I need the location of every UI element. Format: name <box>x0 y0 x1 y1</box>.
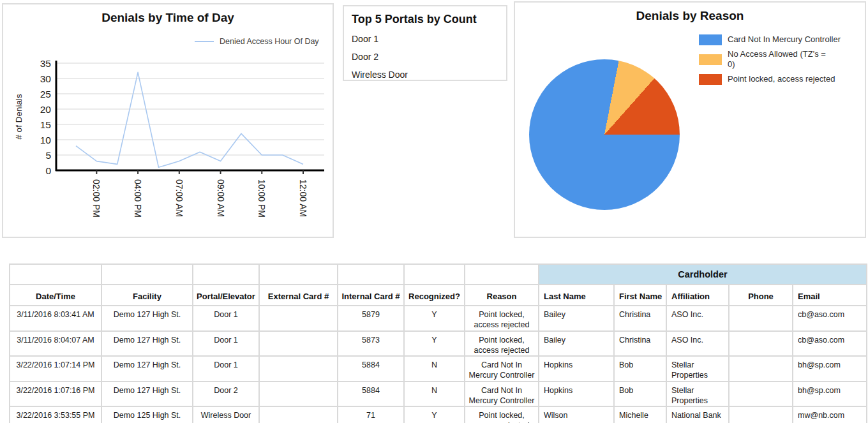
empty-group-cell <box>338 264 404 285</box>
portal-item: Door 1 <box>352 34 498 44</box>
table-cell: Bailey <box>539 331 614 357</box>
column-header: Email <box>793 285 867 306</box>
legend-swatch <box>699 54 722 65</box>
denials-dashboard: Denials by Time of Day Denied Access Hou… <box>0 0 868 423</box>
empty-group-cell <box>404 264 465 285</box>
column-header: Last Name <box>539 285 614 306</box>
y-tick-label: 30 <box>40 73 52 84</box>
table-group-row: Cardholder <box>10 264 867 285</box>
table-cell: Hopkins <box>539 356 614 382</box>
empty-group-cell <box>101 264 193 285</box>
table-cell: Hopkins <box>539 382 614 407</box>
line-chart-legend: Denied Access Hour Of Day <box>195 37 319 46</box>
x-tick-label: 07:00 AM <box>174 179 184 217</box>
table-cell: 3/22/2016 1:07:16 PM <box>10 382 101 407</box>
column-header: First Name <box>614 285 666 306</box>
table-cell: National Bank <box>666 406 729 423</box>
y-tick-label: 15 <box>40 119 51 130</box>
column-header: Phone <box>729 285 793 306</box>
empty-group-cell <box>259 264 338 285</box>
table-row: 3/22/2016 1:07:14 PMDemo 127 High St.Doo… <box>10 356 867 382</box>
table-cell <box>729 356 793 382</box>
column-header: Reason <box>465 285 539 306</box>
table-cell <box>259 306 338 331</box>
table-cell: Door 2 <box>193 382 259 407</box>
series-line <box>76 72 303 167</box>
table-cell: Point locked, access rejected <box>465 331 539 357</box>
table-cell: Bob <box>614 382 666 407</box>
portal-item: Door 2 <box>352 52 498 62</box>
table-cell: 3/11/2016 8:03:41 AM <box>10 306 101 331</box>
y-tick-label: 25 <box>40 89 51 100</box>
table-cell: Point locked, access rejected <box>465 306 539 331</box>
column-header: Internal Card # <box>338 285 404 306</box>
empty-group-cell <box>193 264 259 285</box>
table-cell: Christina <box>614 331 666 357</box>
table-cell: 3/11/2016 8:04:07 AM <box>10 331 101 357</box>
portal-item: Wireless Door <box>352 70 498 80</box>
table-row: 3/22/2016 1:07:16 PMDemo 127 High St.Doo… <box>10 382 867 407</box>
column-header: Portal/Elevator <box>193 285 259 306</box>
y-tick-label: 5 <box>45 150 51 161</box>
portal-list: Door 1Door 2Wireless Door <box>352 34 498 80</box>
denials-table-container: CardholderDate/TimeFacilityPortal/Elevat… <box>9 263 867 423</box>
table-cell: Michelle <box>614 406 666 423</box>
table-cell: 3/22/2016 1:07:14 PM <box>10 356 101 382</box>
table-cell: Christina <box>614 306 666 331</box>
pie-chart <box>529 59 680 210</box>
table-cell: 3/22/2016 3:53:55 PM <box>10 406 101 423</box>
table-cell: Bailey <box>539 306 614 331</box>
y-tick-label: 20 <box>40 104 52 115</box>
legend-series-label: Denied Access Hour Of Day <box>220 37 319 46</box>
table-cell: 5879 <box>338 306 404 331</box>
table-cell: 5884 <box>338 356 404 382</box>
table-cell: Bob <box>614 356 666 382</box>
x-tick-label: 04:00 PM <box>133 179 143 218</box>
legend-line-swatch <box>195 41 214 42</box>
pie-legend-label: No Access Allowed (TZ's =0) <box>728 49 826 70</box>
table-header-row: Date/TimeFacilityPortal/ElevatorExternal… <box>10 285 867 306</box>
table-cell: Stellar Properties <box>666 356 729 382</box>
table-cell: Card Not In Mercury Controller <box>465 356 539 382</box>
table-cell: N <box>404 382 465 407</box>
pie-legend-label: Point locked, access rejected <box>728 74 835 84</box>
line-chart: 0510152025303502:00 PM04:00 PM07:00 AM09… <box>3 47 333 238</box>
table-cell: mw@nb.com <box>793 406 867 423</box>
x-tick-label: 12:00 AM <box>298 179 308 217</box>
x-tick-label: 10:00 PM <box>257 179 267 218</box>
table-cell: Demo 127 High St. <box>101 331 193 357</box>
table-cell: Card Not In Mercury Controller <box>465 382 539 407</box>
table-cell: 5884 <box>338 382 404 407</box>
table-cell: Door 1 <box>193 306 259 331</box>
denials-by-reason-panel: Denials by Reason Card Not In Mercury Co… <box>514 1 866 238</box>
table-cell: Stellar Properties <box>666 382 729 407</box>
x-tick-label: 09:00 AM <box>216 179 226 217</box>
column-header: Facility <box>101 285 193 306</box>
table-cell: Door 1 <box>193 331 259 357</box>
table-cell: cb@aso.com <box>793 331 867 357</box>
x-tick-label: 02:00 PM <box>91 179 101 218</box>
table-cell: bh@sp.com <box>793 356 867 382</box>
table-row: 3/22/2016 3:53:55 PMDemo 125 High St.Wir… <box>10 406 867 423</box>
cardholder-group-header: Cardholder <box>539 264 867 285</box>
y-tick-label: 35 <box>40 58 51 69</box>
denials-by-time-panel: Denials by Time of Day Denied Access Hou… <box>2 3 334 238</box>
y-tick-label: 10 <box>40 135 52 145</box>
y-tick-label: 0 <box>45 165 51 176</box>
table-cell: 5873 <box>338 331 404 357</box>
column-header: Recognized? <box>404 285 465 306</box>
table-cell <box>729 306 793 331</box>
table-cell: Wireless Door <box>193 406 259 423</box>
table-cell: N <box>404 356 465 382</box>
table-cell: bh@sp.com <box>793 382 867 407</box>
table-cell: Wilson <box>539 406 614 423</box>
empty-group-cell <box>465 264 539 285</box>
pie-legend-item: Card Not In Mercury Controller <box>699 34 841 45</box>
portals-panel-title: Top 5 Portals by Count <box>352 13 506 26</box>
y-axis-label: # of Denials <box>14 94 24 140</box>
table-cell: Y <box>404 306 465 331</box>
pie-legend-label: Card Not In Mercury Controller <box>728 34 841 45</box>
table-cell: ASO Inc. <box>666 306 729 331</box>
column-header: Affiliation <box>666 285 729 306</box>
table-row: 3/11/2016 8:03:41 AMDemo 127 High St.Doo… <box>10 306 867 331</box>
